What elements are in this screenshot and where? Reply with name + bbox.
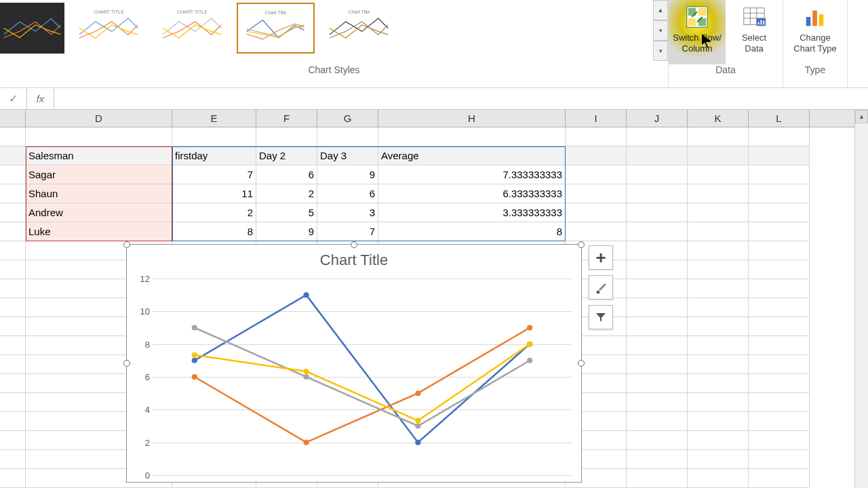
col-header-stub[interactable] bbox=[0, 110, 26, 127]
col-header-E[interactable]: E bbox=[172, 110, 256, 127]
resize-handle[interactable] bbox=[578, 241, 585, 248]
svg-rect-12 bbox=[761, 20, 762, 25]
col-header-L[interactable]: L bbox=[749, 110, 810, 127]
table-row: Sagar 7 6 9 7.333333333 bbox=[0, 165, 868, 184]
switch-row-column-button[interactable]: Switch Row/ Column bbox=[669, 0, 726, 64]
hdr-firstday[interactable]: firstday bbox=[172, 146, 256, 165]
svg-point-22 bbox=[303, 440, 309, 445]
check-icon: ✓ bbox=[9, 92, 18, 105]
chart-style-thumb-2[interactable]: CHART TITLE bbox=[70, 3, 148, 54]
select-data-label-2: Data bbox=[745, 43, 763, 54]
chart-styles-label: Chart Styles bbox=[0, 64, 668, 78]
hdr-day2[interactable]: Day 2 bbox=[256, 146, 317, 165]
chart-style-thumb-3[interactable]: CHART TITLE bbox=[153, 3, 231, 54]
cell-name[interactable]: Luke bbox=[26, 222, 172, 241]
col-header-G[interactable]: G bbox=[317, 110, 378, 127]
y-tick-label: 12 bbox=[140, 274, 150, 284]
cell-d2[interactable]: 5 bbox=[256, 203, 317, 222]
formula-input[interactable] bbox=[54, 88, 868, 109]
table-row: Andrew 2 5 3 3.333333333 bbox=[0, 203, 868, 222]
svg-point-27 bbox=[415, 424, 420, 429]
thumb-title: Chart Title bbox=[243, 10, 307, 15]
col-header-I[interactable]: I bbox=[566, 110, 627, 127]
chart-style-thumb-5[interactable]: Chart Title bbox=[320, 3, 398, 54]
embedded-chart[interactable]: Chart Title 024681012 bbox=[126, 244, 582, 483]
col-header-J[interactable]: J bbox=[627, 110, 688, 127]
cell-d3[interactable]: 7 bbox=[317, 222, 378, 241]
cell-name[interactable]: Sagar bbox=[26, 165, 172, 184]
ribbon: CHART TITLE CHART TITLE bbox=[0, 0, 868, 88]
svg-point-18 bbox=[303, 292, 309, 298]
svg-rect-3 bbox=[688, 18, 696, 26]
chart-styles-gallery: CHART TITLE CHART TITLE bbox=[0, 0, 668, 64]
switch-label-1: Switch Row/ bbox=[673, 33, 722, 43]
col-header-K[interactable]: K bbox=[688, 110, 749, 127]
cell-d3[interactable]: 9 bbox=[317, 165, 378, 184]
change-chart-type-button[interactable]: Change Chart Type bbox=[783, 0, 847, 64]
cell-avg[interactable]: 3.333333333 bbox=[378, 203, 566, 222]
cell-d1[interactable]: 8 bbox=[172, 222, 256, 241]
svg-point-29 bbox=[192, 352, 197, 358]
hdr-salesman[interactable]: Salesman bbox=[26, 146, 172, 165]
table-row: Shaun 11 2 6 6.333333333 bbox=[0, 184, 868, 203]
cell-name[interactable]: Shaun bbox=[26, 184, 172, 203]
resize-handle[interactable] bbox=[578, 360, 585, 367]
data-group-label: Data bbox=[669, 64, 783, 78]
cell-avg[interactable]: 8 bbox=[378, 222, 566, 241]
chart-title[interactable]: Chart Title bbox=[127, 245, 581, 272]
cell-d3[interactable]: 6 bbox=[317, 184, 378, 203]
scroll-up-button[interactable]: ▲ bbox=[653, 0, 668, 20]
y-tick-label: 2 bbox=[145, 437, 150, 447]
hdr-day3[interactable]: Day 3 bbox=[317, 146, 378, 165]
cell-d1[interactable]: 11 bbox=[172, 184, 256, 203]
cell-name[interactable]: Andrew bbox=[26, 203, 172, 222]
cell-d2[interactable]: 2 bbox=[256, 184, 317, 203]
cell-d1[interactable]: 7 bbox=[172, 165, 256, 184]
resize-handle[interactable] bbox=[123, 360, 130, 367]
cell-avg[interactable]: 7.333333333 bbox=[378, 165, 566, 184]
svg-rect-15 bbox=[812, 11, 817, 26]
vertical-scrollbar[interactable]: ▲ bbox=[854, 110, 868, 488]
chart-filters-button[interactable] bbox=[589, 305, 613, 329]
fx-button[interactable]: fx bbox=[27, 88, 54, 109]
hdr-average[interactable]: Average bbox=[378, 146, 566, 165]
chart-plot-area[interactable]: 024681012 bbox=[153, 279, 572, 475]
select-data-button[interactable]: Select Data bbox=[726, 0, 783, 64]
scroll-mid-button[interactable]: ▾ bbox=[653, 20, 668, 41]
y-tick-label: 6 bbox=[145, 372, 150, 382]
cell-avg[interactable]: 6.333333333 bbox=[378, 184, 566, 203]
chart-style-thumb-1[interactable] bbox=[0, 3, 64, 54]
cell-d2[interactable]: 6 bbox=[256, 165, 317, 184]
svg-point-30 bbox=[303, 369, 309, 374]
svg-point-19 bbox=[415, 440, 420, 445]
col-header-H[interactable]: H bbox=[378, 110, 566, 127]
scroll-up-icon[interactable]: ▲ bbox=[855, 110, 868, 123]
data-group: Switch Row/ Column Select Data bbox=[668, 0, 783, 87]
table-row: Luke 8 9 7 8 bbox=[0, 222, 868, 241]
y-tick-label: 8 bbox=[145, 339, 150, 349]
chart-side-buttons: + bbox=[589, 245, 613, 329]
type-group-label: Type bbox=[783, 64, 847, 78]
svg-point-32 bbox=[527, 342, 532, 347]
cell-d3[interactable]: 3 bbox=[317, 203, 378, 222]
col-header-D[interactable]: D bbox=[26, 110, 172, 127]
chart-elements-button[interactable]: + bbox=[589, 245, 613, 270]
thumb-title: Chart Title bbox=[326, 9, 391, 14]
grid[interactable]: D E F G H I J K L Salesman firstday Day … bbox=[0, 110, 868, 488]
worksheet-area: D E F G H I J K L Salesman firstday Day … bbox=[0, 110, 868, 488]
svg-rect-14 bbox=[806, 17, 811, 26]
cell-d1[interactable]: 2 bbox=[172, 203, 256, 222]
scroll-more-button[interactable]: ▾ bbox=[653, 41, 668, 61]
chart-style-thumb-4-selected[interactable]: Chart Title bbox=[237, 3, 315, 54]
formula-bar-check[interactable]: ✓ bbox=[0, 88, 27, 109]
select-data-icon bbox=[741, 4, 767, 30]
chart-styles-scroll: ▲ ▾ ▾ bbox=[653, 0, 668, 61]
chart-styles-group: CHART TITLE CHART TITLE bbox=[0, 0, 668, 87]
resize-handle[interactable] bbox=[351, 241, 357, 248]
resize-handle[interactable] bbox=[123, 241, 130, 248]
col-header-F[interactable]: F bbox=[256, 110, 317, 127]
chart-styles-button[interactable] bbox=[589, 275, 613, 300]
thumb-title: CHART TITLE bbox=[159, 9, 224, 14]
plus-icon: + bbox=[595, 247, 606, 268]
cell-d2[interactable]: 9 bbox=[256, 222, 317, 241]
